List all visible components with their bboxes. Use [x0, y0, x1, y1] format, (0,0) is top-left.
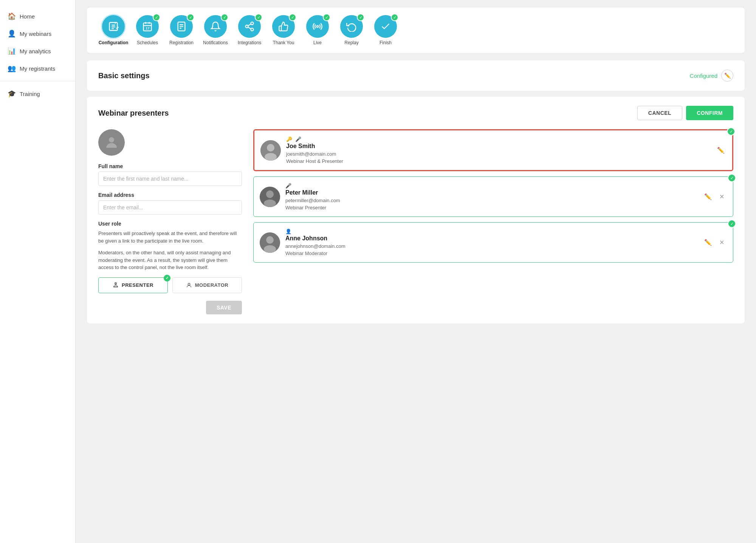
svg-line-16: [248, 27, 251, 29]
svg-point-19: [109, 137, 114, 142]
presenter-email-anne-johnson: annejohnson@domain.com: [285, 243, 697, 249]
remove-peter-miller-button[interactable]: ✕: [716, 192, 727, 202]
header-actions: CANCEL CONFIRM: [637, 106, 733, 120]
sidebar-divider: [0, 81, 75, 81]
step-icon-finish: ✓: [374, 15, 397, 38]
svg-point-27: [264, 200, 276, 207]
peter-miller-check: ✓: [728, 174, 736, 182]
step-notifications[interactable]: ✓ Notifications: [200, 15, 231, 45]
step-thank-you[interactable]: ✓ Thank You: [268, 15, 299, 45]
presenter-role-check: ✓: [164, 275, 170, 282]
confirm-button[interactable]: CONFIRM: [686, 106, 733, 120]
step-check-live: ✓: [323, 14, 330, 21]
presenter-form: Full name Email address User role Presen…: [98, 129, 242, 314]
step-registration[interactable]: ✓ Registration: [166, 15, 197, 45]
svg-point-13: [251, 22, 254, 25]
basic-settings-title: Basic settings: [98, 71, 150, 80]
step-check-finish: ✓: [391, 14, 398, 21]
step-icon-registration: ✓: [170, 15, 193, 38]
configured-badge: Configured: [690, 73, 717, 79]
content-area: Basic settings Configured ✏️ Webinar pre…: [87, 60, 745, 323]
basic-settings-edit-button[interactable]: ✏️: [721, 70, 733, 82]
presenter-role-anne-johnson: Webinar Moderator: [285, 251, 697, 256]
presenter-actions-peter-miller: ✏️ ✕: [703, 192, 727, 202]
svg-point-21: [188, 283, 190, 285]
step-icon-schedules: 17 ✓: [136, 15, 159, 38]
presenter-actions-joe-smith: ✏️: [716, 145, 726, 156]
webinars-icon: 👤: [8, 29, 16, 38]
cancel-button[interactable]: CANCEL: [637, 106, 682, 120]
edit-peter-miller-button[interactable]: ✏️: [703, 192, 713, 202]
presenters-title: Webinar presenters: [98, 109, 169, 118]
presenter-name-anne-johnson: Anne Johnson: [285, 235, 697, 242]
email-label: Email address: [98, 192, 242, 198]
presenter-avatar-anne-johnson: [260, 232, 280, 253]
presenter-email-peter-miller: petermiller@domain.com: [285, 198, 697, 203]
step-finish[interactable]: ✓ Finish: [370, 15, 401, 45]
svg-text:17: 17: [146, 26, 149, 30]
presenter-name-joe-smith: Joe Smith: [286, 143, 710, 150]
presenter-card-anne-johnson: 👤 Anne Johnson annejohnson@domain.com We…: [253, 222, 733, 263]
moderator-btn-label: MODERATOR: [195, 282, 229, 288]
step-schedules[interactable]: 17 ✓ Schedules: [132, 15, 163, 45]
sidebar-item-my-analytics[interactable]: 📊 My analytics: [0, 42, 75, 60]
presenter-avatar-peter-miller: [260, 187, 280, 207]
webinar-presenters-card: Webinar presenters CANCEL CONFIRM Full n…: [87, 97, 745, 323]
basic-settings-card: Basic settings Configured ✏️: [87, 60, 745, 91]
analytics-icon: 📊: [8, 47, 16, 55]
sidebar-item-my-registrants[interactable]: 👥 My registrants: [0, 60, 75, 77]
step-check-notifications: ✓: [221, 14, 228, 21]
step-integrations[interactable]: ✓ Integrations: [234, 15, 265, 45]
presenter-btn-label: PRESENTER: [122, 282, 153, 288]
step-label-live: Live: [313, 40, 322, 45]
sidebar-label-home: Home: [20, 13, 35, 20]
presenter-actions-anne-johnson: ✏️ ✕: [703, 237, 727, 248]
user-role-desc-2: Moderators, on the other hand, will only…: [98, 249, 242, 271]
step-icon-notifications: ✓: [204, 15, 227, 38]
presenter-role-button[interactable]: PRESENTER ✓: [98, 277, 168, 293]
sidebar-label-my-analytics: My analytics: [20, 48, 51, 54]
edit-joe-smith-button[interactable]: ✏️: [716, 145, 726, 156]
user-role-desc-1: Presenters will proactively speak at the…: [98, 230, 242, 244]
step-label-notifications: Notifications: [203, 40, 228, 45]
step-check-registration: ✓: [187, 14, 194, 21]
step-icon-integrations: ✓: [238, 15, 261, 38]
step-label-integrations: Integrations: [238, 40, 262, 45]
sidebar-item-my-webinars[interactable]: 👤 My webinars: [0, 25, 75, 42]
sidebar-item-training[interactable]: 🎓 Training: [0, 85, 75, 102]
basic-settings-header: Basic settings Configured ✏️: [98, 70, 733, 82]
save-button[interactable]: SAVE: [206, 301, 242, 314]
email-input[interactable]: [98, 200, 242, 215]
step-label-replay: Replay: [344, 40, 358, 45]
step-label-configuration: Configuration: [99, 40, 129, 45]
step-check-replay: ✓: [357, 14, 364, 21]
step-icon-live: ✓: [306, 15, 329, 38]
step-label-registration: Registration: [169, 40, 194, 45]
presenter-name-peter-miller: Peter Miller: [285, 189, 697, 196]
svg-point-30: [264, 245, 276, 253]
edit-anne-johnson-button[interactable]: ✏️: [703, 237, 713, 248]
step-check-thank-you: ✓: [289, 14, 296, 21]
step-check-integrations: ✓: [255, 14, 262, 21]
svg-point-24: [265, 153, 277, 161]
full-name-label: Full name: [98, 163, 242, 169]
step-check-schedules: ✓: [153, 14, 160, 21]
full-name-input[interactable]: [98, 172, 242, 186]
anne-johnson-check: ✓: [728, 220, 736, 228]
svg-point-29: [266, 236, 274, 244]
step-replay[interactable]: ✓ Replay: [336, 15, 367, 45]
presenter-email-joe-smith: joesmith@domain.com: [286, 151, 710, 157]
main-content: Configuration 17 ✓ Schedules ✓ Registrat…: [76, 0, 756, 543]
presenter-card-peter-miller: 🎤 Peter Miller petermiller@domain.com We…: [253, 176, 733, 217]
sidebar-label-my-webinars: My webinars: [20, 31, 51, 37]
step-icon-replay: ✓: [340, 15, 363, 38]
moderator-role-button[interactable]: MODERATOR: [172, 277, 242, 293]
sidebar-item-home[interactable]: 🏠 Home: [0, 8, 75, 25]
presenter-role-peter-miller: Webinar Presenter: [285, 205, 697, 210]
step-live[interactable]: ✓ Live: [302, 15, 333, 45]
svg-line-17: [248, 24, 251, 26]
step-icon-configuration: [102, 15, 125, 38]
remove-anne-johnson-button[interactable]: ✕: [716, 237, 727, 248]
role-buttons: PRESENTER ✓ MODERATOR: [98, 277, 242, 293]
step-configuration[interactable]: Configuration: [98, 15, 129, 45]
